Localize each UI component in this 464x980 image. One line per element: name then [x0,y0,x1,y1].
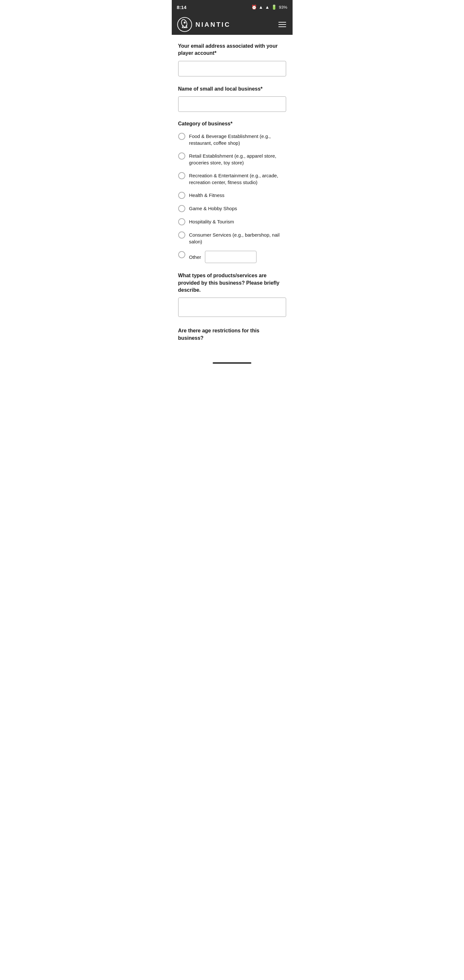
radio-option-other[interactable]: Other [178,251,286,263]
navbar-logo-text: NIANTIC [195,21,231,29]
radio-option-game-hobby[interactable]: Game & Hobby Shops [178,205,286,212]
email-input[interactable] [178,61,286,76]
status-bar: 8:14 ⏰ ▲ ▲ 🔋 93% [172,0,292,14]
navbar-logo: NIANTIC [177,17,231,32]
radio-option-hospitality[interactable]: Hospitality & Tourism [178,218,286,225]
radio-retail [178,153,185,159]
radio-game-hobby [178,205,185,212]
category-label: Category of business* [178,121,286,127]
other-row: Other [189,251,257,263]
business-name-label: Name of small and local business* [178,86,286,92]
radio-label-retail: Retail Establishment (e.g., apparel stor… [189,152,286,166]
hamburger-line-2 [278,24,286,25]
radio-label-health-fitness: Health & Fitness [189,191,225,199]
category-section: Category of business* Food & Beverage Es… [178,121,286,263]
status-icons: ⏰ ▲ ▲ 🔋 93% [251,5,288,10]
hamburger-menu-button[interactable] [277,21,288,29]
hamburger-line-1 [278,22,286,22]
radio-label-other: Other [189,253,202,261]
radio-recreation [178,172,185,179]
radio-label-hospitality: Hospitality & Tourism [189,218,234,225]
niantic-logo-icon [177,17,192,32]
radio-option-retail[interactable]: Retail Establishment (e.g., apparel stor… [178,152,286,166]
form-container: Your email address associated with your … [172,35,292,358]
radio-other [178,251,185,258]
radio-option-recreation[interactable]: Recreation & Entertainment (e.g., arcade… [178,172,286,186]
radio-food-beverage [178,133,185,140]
products-label: What types of products/services are prov… [178,272,286,294]
products-textarea[interactable] [178,298,286,317]
bottom-bar [213,362,251,364]
svg-point-2 [184,22,186,24]
bottom-nav-indicator [172,358,292,368]
battery-icon: 🔋 [271,5,277,10]
radio-label-food-beverage: Food & Beverage Establishment (e.g., res… [189,132,286,146]
signal-icon: ▲ [265,5,270,10]
other-text-input[interactable] [205,251,256,263]
radio-label-consumer-services: Consumer Services (e.g., barbershop, nai… [189,231,286,245]
wifi-icon: ▲ [259,5,263,10]
email-field-label: Your email address associated with your … [178,43,286,57]
radio-health-fitness [178,192,185,199]
business-name-field-group: Name of small and local business* [178,86,286,112]
status-time: 8:14 [177,5,187,10]
alarm-icon: ⏰ [251,5,257,10]
radio-consumer-services [178,231,185,239]
radio-option-health-fitness[interactable]: Health & Fitness [178,191,286,199]
business-name-input[interactable] [178,96,286,112]
radio-label-recreation: Recreation & Entertainment (e.g., arcade… [189,172,286,186]
age-restrictions-field-group: Are there age restrictions for this busi… [178,327,286,342]
age-restrictions-label: Are there age restrictions for this busi… [178,327,286,342]
radio-hospitality [178,218,185,225]
email-field-group: Your email address associated with your … [178,43,286,76]
battery-percent: 93% [279,5,287,10]
email-required-marker: * [214,50,216,56]
navbar: NIANTIC [172,14,292,35]
hamburger-line-3 [278,26,286,27]
business-name-required-marker: * [261,86,262,92]
radio-label-game-hobby: Game & Hobby Shops [189,205,237,212]
category-required-marker: * [230,121,232,126]
radio-option-food-beverage[interactable]: Food & Beverage Establishment (e.g., res… [178,132,286,146]
products-field-group: What types of products/services are prov… [178,272,286,318]
radio-option-consumer-services[interactable]: Consumer Services (e.g., barbershop, nai… [178,231,286,245]
